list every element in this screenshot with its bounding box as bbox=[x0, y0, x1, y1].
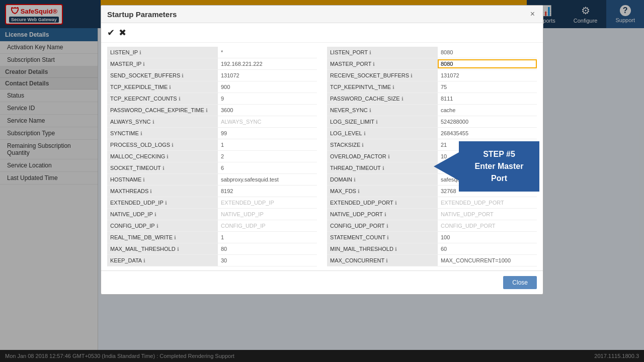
modal-overlay: Startup Parameters × ✔ ✖ LISTEN_IPℹ*MAST… bbox=[0, 0, 644, 362]
param-value-right-1[interactable] bbox=[438, 58, 537, 69]
info-icon[interactable]: ℹ bbox=[382, 165, 384, 171]
param-value-left-9: 2 bbox=[218, 151, 317, 162]
param-value-left-12: 8192 bbox=[218, 186, 317, 197]
param-row-left-17: MAX_MAIL_THRESHOLDℹ80 bbox=[107, 243, 317, 255]
param-value-right-2: 131072 bbox=[438, 70, 537, 81]
info-icon[interactable]: ℹ bbox=[174, 235, 176, 240]
param-name-left-9: MALLOC_CHECKINGℹ bbox=[107, 151, 218, 162]
step-number: STEP #5 bbox=[483, 150, 515, 158]
param-name-right-6: LOG_SIZE_LIMITℹ bbox=[327, 116, 438, 127]
param-value-left-17: 80 bbox=[218, 243, 317, 254]
param-name-left-8: PROCESS_OLD_LOGSℹ bbox=[107, 139, 218, 150]
info-icon[interactable]: ℹ bbox=[165, 200, 167, 206]
param-name-right-14: NATIVE_UDP_PORTℹ bbox=[327, 209, 438, 220]
param-input-right-1[interactable] bbox=[438, 59, 537, 68]
x-icon[interactable]: ✖ bbox=[119, 27, 126, 38]
info-icon[interactable]: ℹ bbox=[140, 131, 142, 136]
param-name-left-13: EXTENDED_UDP_IPℹ bbox=[107, 197, 218, 208]
info-icon[interactable]: ℹ bbox=[169, 84, 171, 90]
info-icon[interactable]: ℹ bbox=[387, 235, 389, 240]
step-tooltip: STEP #5Enter Master Port bbox=[459, 141, 539, 192]
param-name-right-1: MASTER_PORTℹ bbox=[327, 58, 438, 69]
info-icon[interactable]: ℹ bbox=[143, 258, 145, 263]
param-value-left-10: 6 bbox=[218, 162, 317, 173]
param-name-left-18: KEEP_DATAℹ bbox=[107, 255, 218, 266]
param-name-right-8: STACKSIZEℹ bbox=[327, 139, 438, 150]
modal-close-button[interactable]: × bbox=[528, 10, 537, 19]
param-name-left-3: TCP_KEEPIDLE_TIMEℹ bbox=[107, 81, 218, 93]
param-row-right-6: LOG_SIZE_LIMITℹ524288000 bbox=[327, 116, 537, 128]
param-name-left-11: HOSTNAMEℹ bbox=[107, 174, 218, 185]
modal-title: Startup Parameters bbox=[107, 10, 177, 19]
param-row-left-8: PROCESS_OLD_LOGSℹ1 bbox=[107, 139, 317, 151]
param-name-left-12: MAXTHREADSℹ bbox=[107, 186, 218, 197]
info-icon[interactable]: ℹ bbox=[163, 165, 165, 171]
info-icon[interactable]: ℹ bbox=[150, 189, 152, 194]
param-value-left-2: 131072 bbox=[218, 70, 317, 81]
info-icon[interactable]: ℹ bbox=[358, 189, 360, 194]
param-name-left-17: MAX_MAIL_THRESHOLDℹ bbox=[107, 243, 218, 254]
param-name-left-16: REAL_TIME_DB_WRITEℹ bbox=[107, 232, 218, 243]
modal-footer: Close bbox=[101, 270, 543, 294]
info-icon[interactable]: ℹ bbox=[386, 258, 388, 263]
param-name-left-14: NATIVE_UDP_IPℹ bbox=[107, 209, 218, 220]
info-icon[interactable]: ℹ bbox=[206, 108, 208, 113]
param-row-right-4: PASSWORD_CACHE_SIZEℹ8111 bbox=[327, 93, 537, 105]
param-row-right-2: RECEIVE_SOCKET_BUFFERSℹ131072 bbox=[327, 70, 537, 81]
info-icon[interactable]: ℹ bbox=[388, 154, 390, 159]
info-icon[interactable]: ℹ bbox=[156, 223, 158, 229]
info-icon[interactable]: ℹ bbox=[179, 96, 181, 102]
param-row-right-3: TCP_KEEPINTVL_TIMEℹ75 bbox=[327, 81, 537, 93]
info-icon[interactable]: ℹ bbox=[373, 61, 375, 67]
param-row-left-18: KEEP_DATAℹ30 bbox=[107, 255, 317, 266]
info-icon[interactable]: ℹ bbox=[411, 73, 413, 78]
param-row-left-0: LISTEN_IPℹ* bbox=[107, 47, 317, 58]
param-row-left-11: HOSTNAMEℹsabproxy.safesquid.test bbox=[107, 174, 317, 186]
info-icon[interactable]: ℹ bbox=[376, 119, 378, 125]
param-name-left-0: LISTEN_IPℹ bbox=[107, 47, 218, 58]
param-value-right-16: 100 bbox=[438, 232, 537, 243]
param-value-right-5: cache bbox=[438, 105, 537, 116]
param-name-right-7: LOG_LEVELℹ bbox=[327, 128, 438, 139]
param-row-right-7: LOG_LEVELℹ268435455 bbox=[327, 128, 537, 139]
info-icon[interactable]: ℹ bbox=[143, 177, 145, 183]
info-icon[interactable]: ℹ bbox=[182, 73, 184, 78]
info-icon[interactable]: ℹ bbox=[369, 108, 371, 113]
info-icon[interactable]: ℹ bbox=[364, 131, 366, 136]
info-icon[interactable]: ℹ bbox=[395, 246, 397, 252]
info-icon[interactable]: ℹ bbox=[369, 50, 371, 55]
param-name-right-3: TCP_KEEPINTVL_TIMEℹ bbox=[327, 81, 438, 93]
param-name-left-7: SYNCTIMEℹ bbox=[107, 128, 218, 139]
info-icon[interactable]: ℹ bbox=[177, 246, 179, 252]
info-icon[interactable]: ℹ bbox=[172, 142, 174, 148]
info-icon[interactable]: ℹ bbox=[139, 50, 141, 55]
param-name-right-11: DOMAINℹ bbox=[327, 174, 438, 185]
param-value-left-18: 30 bbox=[218, 255, 317, 266]
param-name-left-10: SOCKET_TIMEOUTℹ bbox=[107, 162, 218, 173]
param-value-left-5: 3600 bbox=[218, 105, 317, 116]
param-row-right-13: EXTENDED_UDP_PORTℹEXTENDED_UDP_PORT bbox=[327, 197, 537, 209]
step-desc: Enter Master Port bbox=[475, 162, 524, 183]
info-icon[interactable]: ℹ bbox=[392, 84, 394, 90]
info-icon[interactable]: ℹ bbox=[154, 212, 156, 217]
param-name-right-17: MIN_MAIL_THRESHOLDℹ bbox=[327, 243, 438, 254]
info-icon[interactable]: ℹ bbox=[386, 223, 388, 229]
param-value-right-6: 524288000 bbox=[438, 116, 537, 127]
param-row-left-9: MALLOC_CHECKINGℹ2 bbox=[107, 151, 317, 162]
info-icon[interactable]: ℹ bbox=[152, 119, 154, 125]
info-icon[interactable]: ℹ bbox=[395, 200, 397, 206]
params-right-col: LISTEN_PORTℹ8080MASTER_PORTℹRECEIVE_SOCK… bbox=[327, 47, 537, 266]
info-icon[interactable]: ℹ bbox=[401, 96, 404, 102]
info-icon[interactable]: ℹ bbox=[384, 212, 386, 217]
info-icon[interactable]: ℹ bbox=[362, 142, 364, 148]
info-icon[interactable]: ℹ bbox=[354, 177, 356, 183]
param-value-right-15: CONFIG_UDP_PORT bbox=[438, 220, 537, 231]
param-value-left-8: 1 bbox=[218, 139, 317, 150]
check-icon[interactable]: ✔ bbox=[107, 27, 115, 38]
close-button[interactable]: Close bbox=[503, 276, 537, 289]
info-icon[interactable]: ℹ bbox=[167, 154, 169, 159]
info-icon[interactable]: ℹ bbox=[143, 61, 145, 67]
param-value-left-6: ALWAYS_SYNC bbox=[218, 116, 317, 127]
param-name-right-4: PASSWORD_CACHE_SIZEℹ bbox=[327, 93, 438, 104]
param-row-left-13: EXTENDED_UDP_IPℹEXTENDED_UDP_IP bbox=[107, 197, 317, 209]
